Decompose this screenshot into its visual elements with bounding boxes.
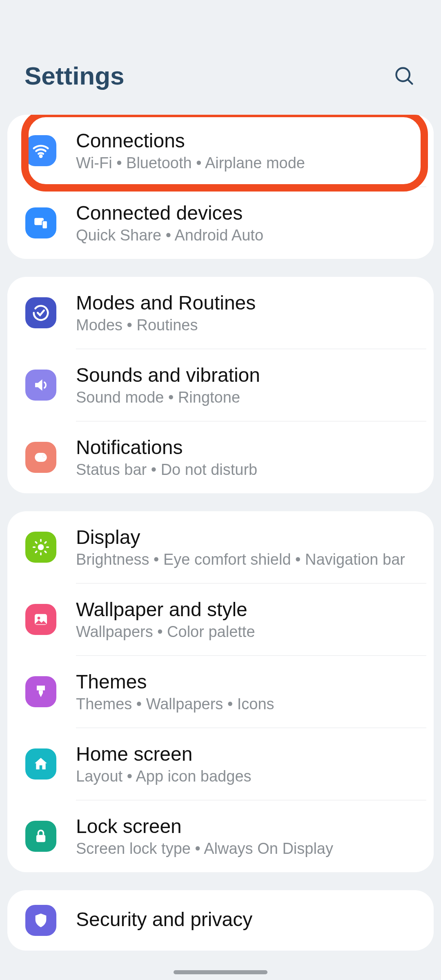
item-subtitle: Layout • App icon badges (76, 768, 416, 785)
settings-item-display[interactable]: DisplayBrightness • Eye comfort shield •… (7, 511, 434, 583)
item-subtitle: Screen lock type • Always On Display (76, 840, 416, 858)
settings-item-wallpaper[interactable]: Wallpaper and styleWallpapers • Color pa… (7, 584, 434, 655)
svg-rect-4 (42, 221, 47, 229)
sun-icon (25, 532, 56, 563)
shield-icon (25, 905, 56, 936)
settings-card: Modes and RoutinesModes • RoutinesSounds… (7, 277, 434, 493)
item-title: Modes and Routines (76, 292, 416, 314)
settings-item-connected-devices[interactable]: Connected devicesQuick Share • Android A… (7, 187, 434, 259)
svg-point-8 (38, 544, 44, 550)
settings-item-connections[interactable]: ConnectionsWi-Fi • Bluetooth • Airplane … (7, 115, 434, 187)
item-title: Connected devices (76, 202, 416, 224)
item-subtitle: Sound mode • Ringtone (76, 389, 416, 406)
svg-line-1 (408, 79, 412, 84)
svg-rect-19 (36, 835, 45, 842)
settings-card: Security and privacy (7, 890, 434, 951)
settings-card: ConnectionsWi-Fi • Bluetooth • Airplane … (7, 115, 434, 259)
svg-point-7 (42, 454, 46, 457)
settings-item-notifications[interactable]: NotificationsStatus bar • Do not disturb (7, 421, 434, 493)
settings-item-home-screen[interactable]: Home screenLayout • App icon badges (7, 728, 434, 800)
settings-list: ConnectionsWi-Fi • Bluetooth • Airplane … (0, 115, 441, 951)
item-title: Notifications (76, 436, 416, 459)
home-icon (25, 748, 56, 780)
item-title: Wallpaper and style (76, 598, 416, 621)
settings-item-sounds-vibration[interactable]: Sounds and vibrationSound mode • Rington… (7, 349, 434, 421)
item-title: Sounds and vibration (76, 364, 416, 386)
wifi-icon (25, 135, 56, 166)
settings-item-themes[interactable]: ThemesThemes • Wallpapers • Icons (7, 656, 434, 728)
item-subtitle: Wallpapers • Color palette (76, 623, 416, 641)
settings-item-security-privacy[interactable]: Security and privacy (7, 890, 434, 951)
settings-item-modes-routines[interactable]: Modes and RoutinesModes • Routines (7, 277, 434, 349)
item-subtitle: Wi-Fi • Bluetooth • Airplane mode (76, 154, 416, 172)
svg-line-13 (36, 542, 37, 543)
item-title: Security and privacy (76, 908, 416, 931)
item-subtitle: Themes • Wallpapers • Icons (76, 695, 416, 713)
item-subtitle: Brightness • Eye comfort shield • Naviga… (76, 551, 416, 568)
search-icon (394, 65, 415, 87)
svg-point-2 (40, 155, 42, 157)
search-button[interactable] (392, 64, 416, 88)
page-title: Settings (24, 61, 125, 90)
svg-point-18 (38, 617, 40, 619)
devices-icon (25, 207, 56, 238)
svg-line-16 (45, 542, 46, 543)
speaker-icon (25, 370, 56, 401)
item-title: Connections (76, 129, 416, 152)
settings-card: DisplayBrightness • Eye comfort shield •… (7, 511, 434, 872)
item-title: Home screen (76, 743, 416, 765)
svg-line-14 (45, 551, 46, 552)
item-subtitle: Modes • Routines (76, 316, 416, 334)
header: Settings (0, 0, 441, 115)
item-subtitle: Status bar • Do not disturb (76, 461, 416, 479)
item-title: Themes (76, 670, 416, 693)
svg-line-15 (36, 551, 37, 552)
notif-icon (25, 442, 56, 473)
item-subtitle: Quick Share • Android Auto (76, 227, 416, 244)
settings-item-lock-screen[interactable]: Lock screenScreen lock type • Always On … (7, 800, 434, 872)
brush-icon (25, 676, 56, 707)
image-icon (25, 604, 56, 635)
check-circle-icon (25, 297, 56, 328)
home-indicator[interactable] (174, 970, 267, 974)
lock-icon (25, 821, 56, 852)
item-title: Display (76, 526, 416, 548)
item-title: Lock screen (76, 815, 416, 837)
